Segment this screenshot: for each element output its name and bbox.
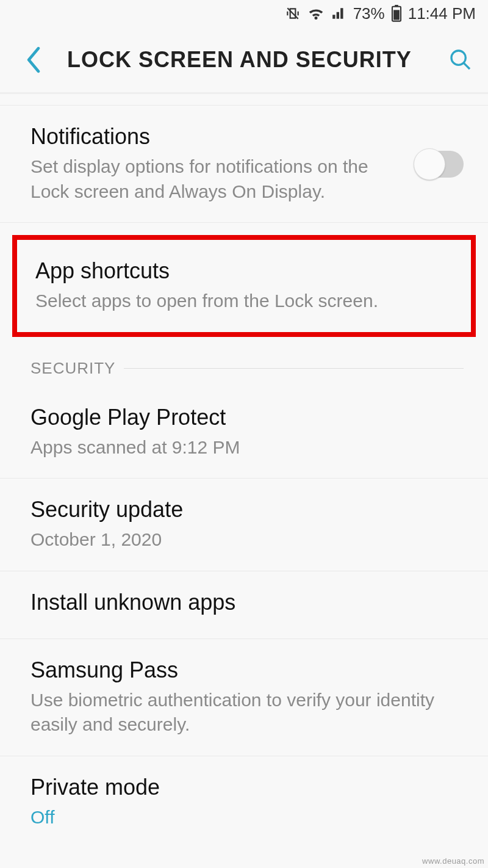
page-title: LOCK SCREEN AND SECURITY (49, 47, 445, 73)
item-title: Google Play Protect (30, 405, 464, 430)
search-icon (448, 48, 473, 72)
item-title: Security update (30, 497, 464, 523)
item-notifications[interactable]: Notifications Set display options for no… (0, 105, 488, 223)
signal-icon (331, 5, 347, 21)
notifications-toggle[interactable] (415, 151, 464, 178)
item-title: Notifications (30, 124, 403, 150)
item-subtitle: Off (30, 805, 464, 830)
item-title: Install unknown apps (30, 590, 464, 615)
item-app-shortcuts[interactable]: App shortcuts Select apps to open from t… (12, 235, 476, 337)
item-subtitle: Select apps to open from the Lock screen… (35, 289, 453, 314)
item-security-update[interactable]: Security update October 1, 2020 (0, 479, 488, 571)
wifi-icon (307, 5, 325, 21)
item-title: Samsung Pass (30, 657, 464, 683)
item-play-protect[interactable]: Google Play Protect Apps scanned at 9:12… (0, 386, 488, 479)
item-install-unknown[interactable]: Install unknown apps (0, 571, 488, 639)
item-private-mode[interactable]: Private mode Off (0, 756, 488, 848)
svg-point-3 (451, 51, 465, 65)
battery-icon (391, 5, 402, 22)
item-title: Private mode (30, 775, 464, 800)
search-button[interactable] (445, 45, 476, 75)
item-subtitle: Apps scanned at 9:12 PM (30, 435, 464, 460)
section-header-security: SECURITY (0, 350, 488, 386)
back-button[interactable] (18, 45, 49, 75)
item-subtitle: Set display options for notifications on… (30, 154, 403, 204)
item-subtitle: October 1, 2020 (30, 527, 464, 552)
toggle-knob (414, 148, 445, 180)
item-samsung-pass[interactable]: Samsung Pass Use biometric authenticatio… (0, 639, 488, 756)
divider (124, 368, 464, 369)
clock: 11:44 PM (408, 4, 476, 23)
vibrate-icon (285, 5, 301, 21)
battery-percentage: 73% (353, 4, 385, 23)
settings-list: Notifications Set display options for no… (0, 105, 488, 848)
section-label: SECURITY (30, 359, 115, 378)
item-title: App shortcuts (35, 258, 453, 284)
status-bar: 73% 11:44 PM (0, 0, 488, 27)
svg-rect-1 (395, 5, 398, 7)
app-bar: LOCK SCREEN AND SECURITY (0, 27, 488, 94)
item-subtitle: Use biometric authentication to verify y… (30, 688, 464, 737)
svg-rect-2 (393, 10, 400, 20)
chevron-left-icon (25, 46, 42, 73)
source-credit: www.deuaq.com (422, 856, 484, 866)
